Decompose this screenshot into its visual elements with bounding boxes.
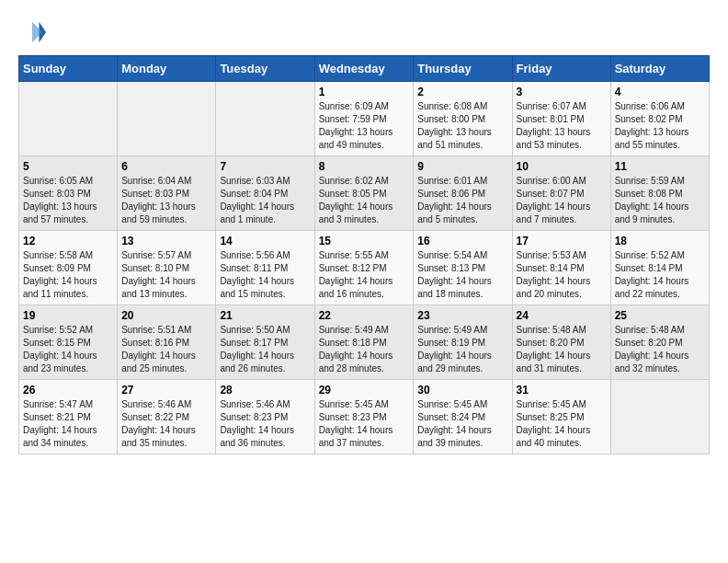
day-number: 1: [319, 86, 410, 98]
page-header: [18, 18, 710, 46]
logo: [18, 18, 51, 46]
day-info: Sunrise: 5:45 AM Sunset: 8:23 PM Dayligh…: [319, 398, 410, 450]
calendar-cell: 27Sunrise: 5:46 AM Sunset: 8:22 PM Dayli…: [118, 380, 216, 454]
calendar-cell: 21Sunrise: 5:50 AM Sunset: 8:17 PM Dayli…: [216, 305, 314, 380]
day-info: Sunrise: 6:03 AM Sunset: 8:04 PM Dayligh…: [220, 175, 310, 226]
day-number: 10: [517, 160, 607, 173]
calendar-cell: 2Sunrise: 6:08 AM Sunset: 8:00 PM Daylig…: [414, 82, 512, 156]
day-number: 16: [417, 235, 507, 247]
day-info: Sunrise: 5:45 AM Sunset: 8:25 PM Dayligh…: [517, 398, 607, 450]
day-info: Sunrise: 5:47 AM Sunset: 8:21 PM Dayligh…: [23, 398, 113, 450]
day-info: Sunrise: 6:04 AM Sunset: 8:03 PM Dayligh…: [121, 175, 211, 226]
day-info: Sunrise: 5:45 AM Sunset: 8:24 PM Dayligh…: [417, 398, 507, 450]
day-info: Sunrise: 5:52 AM Sunset: 8:14 PM Dayligh…: [615, 249, 705, 301]
day-info: Sunrise: 6:07 AM Sunset: 8:01 PM Dayligh…: [517, 100, 607, 152]
day-info: Sunrise: 5:58 AM Sunset: 8:09 PM Dayligh…: [23, 249, 113, 301]
day-number: 5: [23, 160, 113, 173]
day-of-week-header: Friday: [512, 56, 610, 82]
day-number: 3: [517, 86, 607, 98]
calendar-cell: 9Sunrise: 6:01 AM Sunset: 8:06 PM Daylig…: [414, 156, 512, 231]
day-number: 29: [319, 384, 410, 396]
day-number: 19: [23, 309, 113, 322]
day-number: 20: [121, 309, 211, 322]
day-number: 6: [121, 160, 211, 173]
calendar-cell: 1Sunrise: 6:09 AM Sunset: 7:59 PM Daylig…: [314, 82, 414, 156]
day-number: 24: [517, 309, 607, 322]
day-info: Sunrise: 5:48 AM Sunset: 8:20 PM Dayligh…: [615, 324, 705, 375]
day-number: 22: [319, 309, 410, 322]
calendar-cell: 25Sunrise: 5:48 AM Sunset: 8:20 PM Dayli…: [610, 305, 709, 380]
day-info: Sunrise: 5:49 AM Sunset: 8:18 PM Dayligh…: [319, 324, 410, 375]
calendar-week-row: 19Sunrise: 5:52 AM Sunset: 8:15 PM Dayli…: [19, 305, 710, 380]
calendar-cell: 13Sunrise: 5:57 AM Sunset: 8:10 PM Dayli…: [118, 231, 216, 305]
calendar-cell: 30Sunrise: 5:45 AM Sunset: 8:24 PM Dayli…: [414, 380, 512, 454]
day-of-week-header: Tuesday: [216, 56, 314, 82]
day-number: 28: [220, 384, 310, 396]
day-info: Sunrise: 5:46 AM Sunset: 8:22 PM Dayligh…: [121, 398, 211, 450]
calendar-week-row: 1Sunrise: 6:09 AM Sunset: 7:59 PM Daylig…: [19, 82, 710, 156]
calendar-cell: 10Sunrise: 6:00 AM Sunset: 8:07 PM Dayli…: [512, 156, 610, 231]
calendar-cell: 19Sunrise: 5:52 AM Sunset: 8:15 PM Dayli…: [19, 305, 118, 380]
day-info: Sunrise: 5:53 AM Sunset: 8:14 PM Dayligh…: [517, 249, 607, 301]
calendar-cell: 14Sunrise: 5:56 AM Sunset: 8:11 PM Dayli…: [216, 231, 314, 305]
day-of-week-header: Saturday: [610, 56, 709, 82]
calendar-cell: 22Sunrise: 5:49 AM Sunset: 8:18 PM Dayli…: [314, 305, 414, 380]
day-number: 30: [417, 384, 507, 396]
calendar-cell: 16Sunrise: 5:54 AM Sunset: 8:13 PM Dayli…: [414, 231, 512, 305]
calendar-cell: [19, 82, 118, 156]
calendar-week-row: 26Sunrise: 5:47 AM Sunset: 8:21 PM Dayli…: [19, 380, 710, 454]
day-of-week-header: Monday: [118, 56, 216, 82]
day-info: Sunrise: 5:54 AM Sunset: 8:13 PM Dayligh…: [417, 249, 507, 301]
calendar-cell: 26Sunrise: 5:47 AM Sunset: 8:21 PM Dayli…: [19, 380, 118, 454]
day-number: 2: [417, 86, 507, 98]
day-number: 21: [220, 309, 310, 322]
day-info: Sunrise: 6:02 AM Sunset: 8:05 PM Dayligh…: [319, 175, 410, 226]
day-of-week-header: Thursday: [414, 56, 512, 82]
day-number: 31: [517, 384, 607, 396]
calendar-week-row: 5Sunrise: 6:05 AM Sunset: 8:03 PM Daylig…: [19, 156, 710, 231]
day-info: Sunrise: 5:51 AM Sunset: 8:16 PM Dayligh…: [121, 324, 211, 375]
calendar-cell: 5Sunrise: 6:05 AM Sunset: 8:03 PM Daylig…: [19, 156, 118, 231]
day-info: Sunrise: 5:48 AM Sunset: 8:20 PM Dayligh…: [517, 324, 607, 375]
calendar-cell: [216, 82, 314, 156]
day-info: Sunrise: 5:59 AM Sunset: 8:08 PM Dayligh…: [615, 175, 705, 226]
day-info: Sunrise: 6:09 AM Sunset: 7:59 PM Dayligh…: [319, 100, 410, 152]
calendar-cell: [118, 82, 216, 156]
day-info: Sunrise: 5:46 AM Sunset: 8:23 PM Dayligh…: [220, 398, 310, 450]
calendar-cell: 3Sunrise: 6:07 AM Sunset: 8:01 PM Daylig…: [512, 82, 610, 156]
day-number: 23: [417, 309, 507, 322]
calendar-cell: 31Sunrise: 5:45 AM Sunset: 8:25 PM Dayli…: [512, 380, 610, 454]
day-info: Sunrise: 5:56 AM Sunset: 8:11 PM Dayligh…: [220, 249, 310, 301]
day-info: Sunrise: 6:05 AM Sunset: 8:03 PM Dayligh…: [23, 175, 113, 226]
calendar-cell: 15Sunrise: 5:55 AM Sunset: 8:12 PM Dayli…: [314, 231, 414, 305]
calendar-cell: 20Sunrise: 5:51 AM Sunset: 8:16 PM Dayli…: [118, 305, 216, 380]
day-info: Sunrise: 5:49 AM Sunset: 8:19 PM Dayligh…: [417, 324, 507, 375]
day-number: 8: [319, 160, 410, 173]
day-number: 4: [615, 86, 705, 98]
day-number: 17: [517, 235, 607, 247]
calendar-cell: 18Sunrise: 5:52 AM Sunset: 8:14 PM Dayli…: [610, 231, 709, 305]
day-number: 15: [319, 235, 410, 247]
day-info: Sunrise: 5:50 AM Sunset: 8:17 PM Dayligh…: [220, 324, 310, 375]
day-info: Sunrise: 5:55 AM Sunset: 8:12 PM Dayligh…: [319, 249, 410, 301]
calendar-cell: 17Sunrise: 5:53 AM Sunset: 8:14 PM Dayli…: [512, 231, 610, 305]
day-number: 26: [23, 384, 113, 396]
day-info: Sunrise: 6:08 AM Sunset: 8:00 PM Dayligh…: [417, 100, 507, 152]
calendar-week-row: 12Sunrise: 5:58 AM Sunset: 8:09 PM Dayli…: [19, 231, 710, 305]
day-number: 14: [220, 235, 310, 247]
calendar-header-row: SundayMondayTuesdayWednesdayThursdayFrid…: [19, 56, 710, 82]
day-number: 27: [121, 384, 211, 396]
day-number: 11: [615, 160, 705, 173]
calendar-cell: 8Sunrise: 6:02 AM Sunset: 8:05 PM Daylig…: [314, 156, 414, 231]
day-info: Sunrise: 5:57 AM Sunset: 8:10 PM Dayligh…: [121, 249, 211, 301]
day-number: 18: [615, 235, 705, 247]
calendar-cell: [610, 380, 709, 454]
day-of-week-header: Wednesday: [314, 56, 414, 82]
day-info: Sunrise: 6:06 AM Sunset: 8:02 PM Dayligh…: [615, 100, 705, 152]
day-of-week-header: Sunday: [19, 56, 118, 82]
day-number: 12: [23, 235, 113, 247]
calendar-cell: 6Sunrise: 6:04 AM Sunset: 8:03 PM Daylig…: [118, 156, 216, 231]
day-info: Sunrise: 6:00 AM Sunset: 8:07 PM Dayligh…: [517, 175, 607, 226]
day-number: 7: [220, 160, 310, 173]
calendar-cell: 28Sunrise: 5:46 AM Sunset: 8:23 PM Dayli…: [216, 380, 314, 454]
